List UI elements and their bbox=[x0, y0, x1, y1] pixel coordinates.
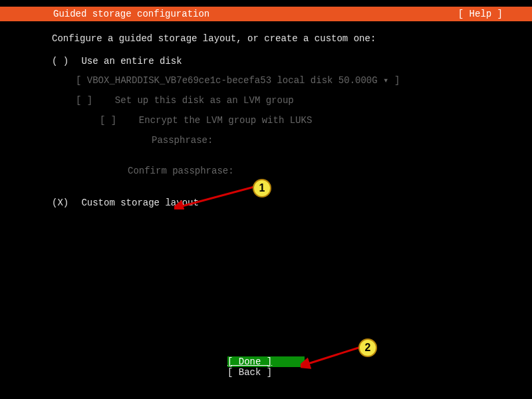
encrypt-label: Encrypt the LVM group with LUKS bbox=[139, 115, 312, 126]
lvm-label: Set up this disk as an LVM group bbox=[115, 95, 294, 106]
disk-selector[interactable]: [ VBOX_HARDDISK_VB7e69ce1c-becefa53 loca… bbox=[76, 74, 505, 86]
confirm-passphrase-label: Confirm passphrase: bbox=[128, 166, 234, 176]
annotation-badge-1: 1 bbox=[253, 179, 271, 198]
back-button[interactable]: [ Back ] bbox=[227, 367, 305, 378]
radio-custom-layout[interactable]: (X) Custom storage layout bbox=[52, 198, 505, 208]
annotation-badge-2: 2 bbox=[358, 338, 377, 357]
passphrase-field[interactable]: Passphrase: bbox=[152, 135, 505, 146]
page-title: Guided storage configuration bbox=[7, 9, 209, 19]
checkbox-lvm[interactable]: [ ] Set up this disk as an LVM group bbox=[76, 95, 505, 106]
radio-entire-disk[interactable]: ( ) Use an entire disk bbox=[52, 56, 505, 66]
done-button[interactable]: [ Done ] bbox=[227, 356, 305, 367]
header-bar: Guided storage configuration [ Help ] bbox=[0, 7, 532, 21]
checkbox-mark: [ ] bbox=[76, 95, 92, 106]
instruction-text: Configure a guided storage layout, or cr… bbox=[52, 33, 505, 44]
annotation-arrow-1 bbox=[174, 183, 261, 209]
main-content: Configure a guided storage layout, or cr… bbox=[52, 33, 505, 216]
svg-line-1 bbox=[180, 187, 254, 207]
help-button[interactable]: [ Help ] bbox=[458, 9, 525, 19]
footer-buttons: [ Done ] [ Back ] bbox=[0, 356, 532, 378]
radio-mark-selected: (X) bbox=[52, 198, 76, 208]
checkbox-encrypt[interactable]: [ ] Encrypt the LVM group with LUKS bbox=[100, 115, 505, 126]
checkbox-mark: [ ] bbox=[100, 115, 116, 126]
svg-line-3 bbox=[306, 347, 360, 364]
entire-disk-label: Use an entire disk bbox=[81, 56, 182, 66]
annotation-arrow-2 bbox=[301, 343, 367, 370]
passphrase-label: Passphrase: bbox=[152, 135, 213, 146]
confirm-passphrase-field[interactable]: Confirm passphrase: bbox=[128, 166, 505, 176]
radio-mark-unselected: ( ) bbox=[52, 56, 76, 66]
